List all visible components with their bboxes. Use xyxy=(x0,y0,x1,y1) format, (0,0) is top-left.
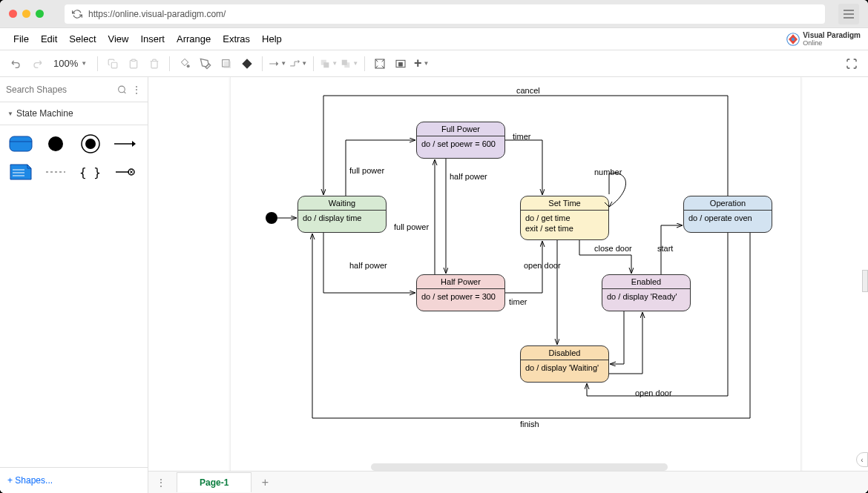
edge-label-start: start xyxy=(657,244,673,253)
edge-label-number: number xyxy=(594,168,622,176)
delete-button[interactable] xyxy=(145,55,163,73)
undo-button[interactable] xyxy=(7,55,25,73)
state-body: do / set poewr = 600 xyxy=(417,136,504,151)
shape-palette: { } xyxy=(0,125,148,191)
fit-button[interactable] xyxy=(371,55,389,73)
menubar: File Edit Select View Insert Arrange Ext… xyxy=(0,28,868,50)
menu-select[interactable]: Select xyxy=(63,30,102,47)
minimize-window-button[interactable] xyxy=(22,10,30,18)
menu-help[interactable]: Help xyxy=(256,30,288,47)
svg-point-1 xyxy=(792,37,795,41)
edge-label-half-power-2: half power xyxy=(450,172,487,181)
shape-final-state[interactable] xyxy=(77,133,104,155)
url-bar[interactable]: https://online.visual-paradigm.com/ xyxy=(65,4,825,24)
add-page-button[interactable]: + xyxy=(257,475,272,490)
state-disabled[interactable]: Disabled do / display 'Waiting' xyxy=(520,345,609,383)
zoom-selector[interactable]: 100%▼ xyxy=(49,58,91,69)
state-title: Half Power xyxy=(417,275,504,289)
state-waiting[interactable]: Waiting do / display time xyxy=(297,196,387,233)
chevron-down-icon: ▼ xyxy=(7,110,13,117)
state-body: do / display 'Waiting' xyxy=(521,360,608,375)
redo-button[interactable] xyxy=(28,55,46,73)
vp-logo-icon xyxy=(786,33,800,46)
search-icon[interactable] xyxy=(117,85,127,95)
fill-color-button[interactable] xyxy=(176,55,194,73)
diagram-canvas[interactable]: Waiting do / display time Full Power do … xyxy=(230,77,801,493)
more-vertical-icon[interactable]: ⋮ xyxy=(156,477,166,489)
add-button[interactable]: +▼ xyxy=(412,55,430,73)
svg-rect-2 xyxy=(111,62,117,68)
shape-note[interactable] xyxy=(7,161,34,183)
state-title: Set Time xyxy=(521,196,608,211)
state-operation[interactable]: Operation do / operate oven xyxy=(683,196,772,233)
svg-rect-3 xyxy=(132,59,136,61)
edge-label-full-power-2: full power xyxy=(394,222,429,231)
url-text: https://online.visual-paradigm.com/ xyxy=(88,9,226,19)
menu-insert[interactable]: Insert xyxy=(134,30,171,47)
edge-label-half-power: half power xyxy=(349,261,387,270)
shape-terminate[interactable] xyxy=(111,161,138,183)
to-front-button[interactable]: ▼ xyxy=(320,55,338,73)
edge-label-timer-1: timer xyxy=(513,132,530,141)
state-title: Waiting xyxy=(298,196,386,211)
tab-page-1[interactable]: Page-1 xyxy=(177,472,251,492)
initial-state-node[interactable] xyxy=(266,212,277,224)
shape-anchor[interactable] xyxy=(42,161,69,183)
search-input[interactable] xyxy=(6,85,117,95)
right-panel-handle[interactable] xyxy=(862,270,868,292)
menu-view[interactable]: View xyxy=(102,30,135,47)
shadow-button[interactable] xyxy=(217,55,235,73)
actual-size-button[interactable]: ⊞ xyxy=(392,55,410,73)
menu-extras[interactable]: Extras xyxy=(217,30,256,47)
shape-initial-state[interactable] xyxy=(42,133,69,155)
search-box: ⋮ xyxy=(0,77,148,102)
canvas-area[interactable]: Waiting do / display time Full Power do … xyxy=(148,77,868,493)
state-full-power[interactable]: Full Power do / set poewr = 600 xyxy=(416,122,505,159)
paste-button[interactable] xyxy=(125,55,142,73)
more-vertical-icon[interactable]: ⋮ xyxy=(131,84,142,96)
to-back-button[interactable]: ▼ xyxy=(341,55,358,73)
svg-text:⊞: ⊞ xyxy=(398,61,403,66)
state-title: Disabled xyxy=(521,346,608,360)
state-title: Full Power xyxy=(417,122,504,136)
edge-label-close-door: close door xyxy=(594,244,632,253)
sidebar: ⋮ ▼ State Machine { } + Shapes... xyxy=(0,77,148,493)
edge-label-timer-2: timer xyxy=(509,297,527,306)
fullscreen-button[interactable] xyxy=(843,55,861,73)
state-body: do / operate oven xyxy=(684,211,772,225)
style-button[interactable] xyxy=(238,55,256,73)
state-body: do / set power = 300 xyxy=(417,289,504,304)
state-enabled[interactable]: Enabled do / display 'Ready' xyxy=(602,274,691,311)
state-half-power[interactable]: Half Power do / set power = 300 xyxy=(416,274,505,311)
maximize-window-button[interactable] xyxy=(36,10,44,18)
chevron-down-icon: ▼ xyxy=(423,60,429,67)
browser-menu-button[interactable] xyxy=(838,4,859,24)
connection-button[interactable]: ▼ xyxy=(269,55,286,73)
shape-state[interactable] xyxy=(7,133,34,155)
state-set-time[interactable]: Set Time do / get time exit / set time xyxy=(520,196,609,240)
horizontal-scrollbar[interactable] xyxy=(371,463,668,471)
shape-constraint[interactable]: { } xyxy=(77,161,104,183)
state-title: Operation xyxy=(684,196,772,211)
collapse-panel-button[interactable]: ‹ xyxy=(856,452,868,467)
copy-button[interactable] xyxy=(104,55,122,73)
svg-rect-10 xyxy=(342,59,347,64)
more-shapes-button[interactable]: + Shapes... xyxy=(0,467,148,493)
chevron-down-icon: ▼ xyxy=(332,60,338,67)
window-controls xyxy=(9,10,44,18)
edge-label-cancel: cancel xyxy=(516,86,540,95)
edge-label-finish: finish xyxy=(520,420,539,429)
close-window-button[interactable] xyxy=(9,10,17,18)
svg-rect-5 xyxy=(224,61,231,67)
state-body: do / display time xyxy=(298,211,386,225)
section-header-state-machine[interactable]: ▼ State Machine xyxy=(0,102,148,125)
chevron-down-icon: ▼ xyxy=(301,60,307,67)
menu-file[interactable]: File xyxy=(7,30,35,47)
svg-rect-16 xyxy=(10,136,32,151)
waypoint-button[interactable]: ▼ xyxy=(289,55,307,73)
line-color-button[interactable] xyxy=(197,55,214,73)
reload-icon[interactable] xyxy=(72,9,82,19)
menu-edit[interactable]: Edit xyxy=(35,30,63,47)
menu-arrange[interactable]: Arrange xyxy=(171,30,217,47)
shape-transition[interactable] xyxy=(111,133,138,155)
